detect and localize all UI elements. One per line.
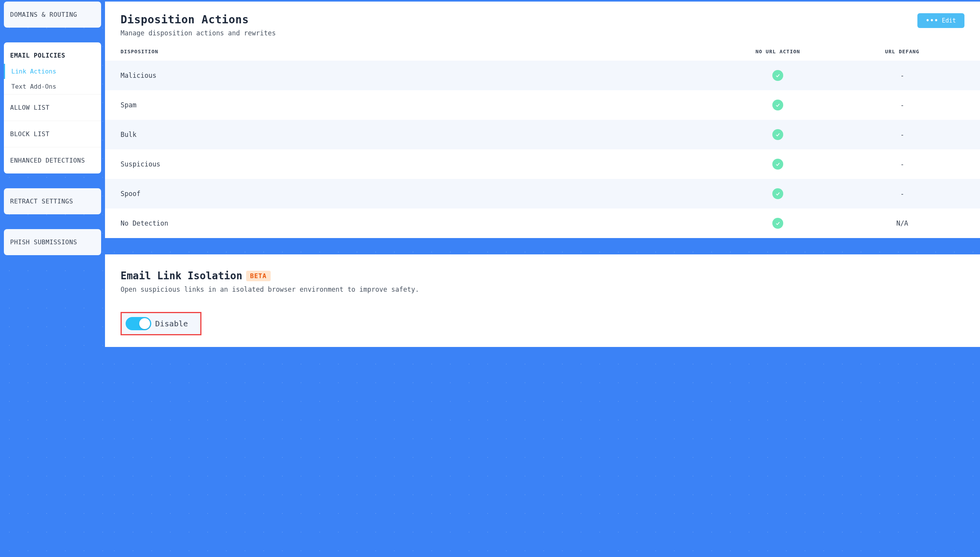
panel2-title-row: Email Link Isolation BETA <box>121 270 964 282</box>
check-icon <box>772 159 783 170</box>
sidebar-card-domains-routing: DOMAINS & ROUTING <box>4 2 101 28</box>
more-icon: ••• <box>926 17 939 24</box>
no-url-action-cell <box>716 100 840 110</box>
sidebar-subitem-link-actions[interactable]: Link Actions <box>4 64 101 79</box>
sidebar-item-allow-list[interactable]: ALLOW LIST <box>4 94 101 121</box>
no-url-action-cell <box>716 70 840 81</box>
toggle-knob <box>139 318 150 329</box>
edit-button[interactable]: ••• Edit <box>917 13 964 28</box>
disposition-cell: Spam <box>121 101 716 109</box>
panel2-subtitle: Open suspicious links in an isolated bro… <box>121 286 964 293</box>
disposition-cell: Malicious <box>121 72 716 79</box>
no-url-action-cell <box>716 129 840 140</box>
url-defang-cell: - <box>840 131 964 138</box>
url-defang-cell: - <box>840 190 964 198</box>
panel2-title: Email Link Isolation <box>121 270 242 282</box>
panel-subtitle: Manage disposition actions and rewrites <box>121 29 276 37</box>
sidebar-subitem-text-addons[interactable]: Text Add-Ons <box>4 79 101 94</box>
col-no-url-action: NO URL ACTION <box>716 49 840 54</box>
check-icon <box>772 70 783 81</box>
table-row: Bulk- <box>105 120 980 149</box>
check-icon <box>772 129 783 140</box>
toggle-label: Disable <box>155 319 188 328</box>
beta-badge: BETA <box>246 271 271 281</box>
url-defang-cell: - <box>840 101 964 109</box>
check-icon <box>772 100 783 110</box>
table-row: Spoof- <box>105 179 980 208</box>
edit-button-label: Edit <box>942 17 956 24</box>
disposition-cell: No Detection <box>121 219 716 227</box>
disposition-cell: Spoof <box>121 190 716 198</box>
disposition-cell: Suspicious <box>121 160 716 168</box>
disposition-actions-panel: Disposition Actions Manage disposition a… <box>105 2 980 238</box>
sidebar-item-email-policies[interactable]: EMAIL POLICIES <box>4 42 101 64</box>
col-disposition: DISPOSITION <box>121 49 716 54</box>
sidebar-item-retract-settings[interactable]: RETRACT SETTINGS <box>4 188 101 214</box>
sidebar-item-block-list[interactable]: BLOCK LIST <box>4 121 101 147</box>
col-url-defang: URL DEFANG <box>840 49 964 54</box>
no-url-action-cell <box>716 159 840 170</box>
sidebar-item-enhanced-detections[interactable]: ENHANCED DETECTIONS <box>4 147 101 173</box>
sidebar-item-phish-submissions[interactable]: PHISH SUBMISSIONS <box>4 229 101 255</box>
toggle-section-highlight: Disable <box>121 312 201 335</box>
email-link-isolation-panel: Email Link Isolation BETA Open suspiciou… <box>105 254 980 347</box>
table-headers: DISPOSITION NO URL ACTION URL DEFANG <box>105 49 980 61</box>
no-url-action-cell <box>716 188 840 199</box>
no-url-action-cell <box>716 218 840 229</box>
url-defang-cell: N/A <box>840 219 964 227</box>
check-icon <box>772 188 783 199</box>
sidebar-item-domains-routing[interactable]: DOMAINS & ROUTING <box>4 2 101 28</box>
table-body: Malicious-Spam-Bulk-Suspicious-Spoof-No … <box>121 61 964 238</box>
sidebar-card-phish-submissions: PHISH SUBMISSIONS <box>4 229 101 255</box>
check-icon <box>772 218 783 229</box>
table-row: Suspicious- <box>105 149 980 179</box>
main-content: Disposition Actions Manage disposition a… <box>105 0 980 557</box>
url-defang-cell: - <box>840 72 964 79</box>
table-row: Malicious- <box>105 61 980 90</box>
table-row: No DetectionN/A <box>105 208 980 238</box>
table-row: Spam- <box>105 90 980 120</box>
url-defang-cell: - <box>840 160 964 168</box>
sidebar-card-email-policies: EMAIL POLICIES Link Actions Text Add-Ons… <box>4 42 101 173</box>
panel-title: Disposition Actions <box>121 13 276 26</box>
disable-toggle[interactable] <box>126 317 151 330</box>
sidebar: DOMAINS & ROUTING EMAIL POLICIES Link Ac… <box>0 0 105 557</box>
disposition-cell: Bulk <box>121 131 716 138</box>
sidebar-card-retract-settings: RETRACT SETTINGS <box>4 188 101 214</box>
panel-header: Disposition Actions Manage disposition a… <box>121 13 964 37</box>
